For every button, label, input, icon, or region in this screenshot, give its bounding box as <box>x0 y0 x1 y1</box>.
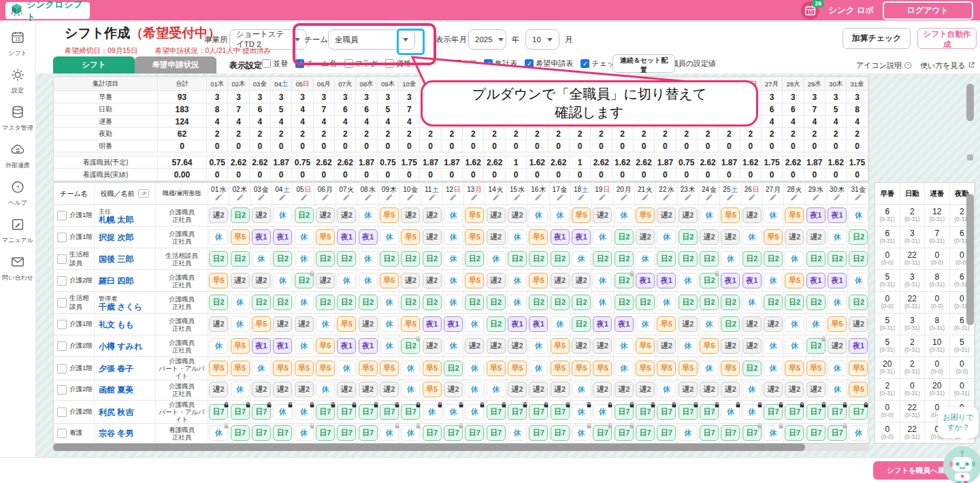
day-column-header[interactable]: 02木 <box>229 183 250 205</box>
shift-badge-夜1[interactable]: 夜1 <box>337 338 356 354</box>
display-checkbox-希望申請表[interactable]: ✓希望申請表 <box>525 59 573 69</box>
shift-badge-休[interactable]: 休 <box>273 273 292 288</box>
icon-help-link[interactable]: アイコン説明? <box>856 61 912 71</box>
shift-badge-休[interactable]: 休 <box>828 295 847 310</box>
edit-pencil-icon[interactable] <box>620 193 628 203</box>
shift-badge-日2[interactable]: 日2 <box>679 251 698 267</box>
day-column-header[interactable]: 12日 <box>443 183 464 205</box>
edit-pencil-icon[interactable] <box>513 193 521 203</box>
edit-pencil-icon[interactable] <box>406 193 414 203</box>
shift-badge-遅2[interactable]: 遅2 <box>316 207 335 223</box>
shift-badge-早5[interactable]: 早5 <box>529 229 548 245</box>
year-select[interactable]: 2025 <box>468 29 506 50</box>
shift-badge-休[interactable]: 休 <box>273 404 292 420</box>
shift-badge-日2[interactable]: 日2 <box>295 207 314 223</box>
shift-badge-遅2[interactable]: 遅2 <box>508 338 527 354</box>
shift-badge-日7[interactable]: 日7 <box>636 404 655 420</box>
shift-badge-日7[interactable]: 日7 <box>806 425 826 441</box>
shift-badge-遅2[interactable]: 遅2 <box>679 316 698 332</box>
shift-badge-遅2[interactable]: 遅2 <box>359 382 378 397</box>
shift-badge-休[interactable]: 休 <box>785 338 804 354</box>
shift-badge-日2[interactable]: 日2 <box>806 338 826 354</box>
shift-badge-日7[interactable]: 日7 <box>849 404 868 420</box>
chatbot-mascot[interactable] <box>943 446 980 483</box>
shift-badge-休[interactable]: 休 <box>806 316 826 332</box>
shift-badge-休[interactable]: 休 <box>444 295 463 310</box>
edit-pencil-icon[interactable] <box>854 193 862 203</box>
shift-badge-遅2[interactable]: 遅2 <box>764 382 783 397</box>
day-column-header[interactable]: 20月 <box>614 183 635 205</box>
shift-badge-休[interactable]: 休 <box>593 273 612 288</box>
shift-badge-日2[interactable]: 日2 <box>679 295 698 310</box>
shift-badge-休[interactable]: 休 <box>551 316 570 332</box>
shift-badge-日2[interactable]: 日2 <box>444 361 463 376</box>
day-column-header[interactable]: 18土 <box>571 183 592 205</box>
shift-badge-日2[interactable]: 日2 <box>615 229 634 245</box>
summary-vertical-scrollbar[interactable] <box>966 84 974 121</box>
sidebar-item-設定[interactable]: 設定 <box>0 67 35 95</box>
shift-badge-日7[interactable]: 日7 <box>593 425 612 441</box>
app-logo[interactable]: シンクロシフト <box>5 2 90 19</box>
checkbox-checked-icon[interactable]: ✓ <box>484 59 493 68</box>
day-column-header[interactable]: 16木 <box>528 183 549 205</box>
shift-badge-日2[interactable]: 日2 <box>401 338 420 354</box>
shift-badge-日2[interactable]: 日2 <box>636 295 655 310</box>
checkbox-checked-icon[interactable]: ✓ <box>419 59 427 68</box>
day-column-header[interactable]: 14火 <box>485 183 506 205</box>
shift-badge-遅2[interactable]: 遅2 <box>593 207 612 223</box>
shift-badge-日7[interactable]: 日7 <box>209 404 228 420</box>
shift-badge-遅2[interactable]: 遅2 <box>742 207 762 223</box>
shift-badge-日2[interactable]: 日2 <box>551 295 570 310</box>
shift-badge-休[interactable]: 休 <box>764 207 783 223</box>
shift-badge-夜1[interactable]: 夜1 <box>337 229 356 245</box>
shift-badge-日2[interactable]: 日2 <box>209 251 228 267</box>
shift-badge-日2[interactable]: 日2 <box>721 295 740 310</box>
shift-badge-日7[interactable]: 日7 <box>657 425 676 441</box>
sidebar-item-シフト[interactable]: 15シフト <box>0 30 35 58</box>
shift-badge-夜1[interactable]: 夜1 <box>572 229 591 245</box>
shift-badge-遅2[interactable]: 遅2 <box>529 382 548 397</box>
shift-badge-遅2[interactable]: 遅2 <box>423 273 442 288</box>
shift-badge-休[interactable]: 休 <box>295 229 314 245</box>
shift-badge-休[interactable]: 休 <box>828 382 847 397</box>
shift-badge-休[interactable]: 休 <box>551 207 570 223</box>
shift-badge-日2[interactable]: 日2 <box>487 316 506 332</box>
shift-badge-休[interactable]: 休 <box>295 338 314 354</box>
shift-badge-夜1[interactable]: 夜1 <box>508 316 527 332</box>
shift-badge-遅2[interactable]: 遅2 <box>252 273 271 288</box>
shift-badge-休[interactable]: 休 <box>465 382 484 397</box>
shift-badge-日2[interactable]: 日2 <box>231 251 250 267</box>
shift-badge-夜1[interactable]: 夜1 <box>828 273 847 288</box>
edit-pencil-icon[interactable] <box>449 193 457 203</box>
shift-badge-早5[interactable]: 早5 <box>764 229 783 245</box>
shift-badge-遅2[interactable]: 遅2 <box>657 207 676 223</box>
tab-request-status[interactable]: 希望申請状況 <box>135 56 216 73</box>
shift-badge-休[interactable]: 休 <box>742 404 762 420</box>
edit-pencil-icon[interactable] <box>577 193 585 203</box>
shift-badge-日2[interactable]: 日2 <box>209 295 228 310</box>
day-column-header[interactable]: 26日 <box>742 183 763 205</box>
shift-badge-休[interactable]: 休 <box>444 207 463 223</box>
shift-badge-休[interactable]: 休 <box>380 229 399 245</box>
shift-badge-休[interactable]: 休 <box>636 316 655 332</box>
day-column-header[interactable]: 19日 <box>592 183 613 205</box>
shift-badge-休[interactable]: 休 <box>828 361 847 376</box>
shift-badge-日2[interactable]: 日2 <box>273 251 292 267</box>
shift-badge-日2[interactable]: 日2 <box>764 295 783 310</box>
shift-badge-休[interactable]: 休 <box>508 425 527 441</box>
shift-badge-遅2[interactable]: 遅2 <box>806 382 826 397</box>
shift-badge-早5[interactable]: 早5 <box>273 361 292 376</box>
shift-badge-休[interactable]: 休 <box>849 273 868 288</box>
shift-badge-夜1[interactable]: 夜1 <box>806 273 826 288</box>
shift-badge-休[interactable]: 休 <box>636 251 655 267</box>
shift-badge-日2[interactable]: 日2 <box>359 295 378 310</box>
shift-badge-休[interactable]: 休 <box>572 251 591 267</box>
edit-pencil-icon[interactable] <box>556 193 564 203</box>
checkbox-checked-icon[interactable]: ✓ <box>525 59 534 68</box>
shift-badge-休[interactable]: 休 <box>359 251 378 267</box>
shift-badge-休[interactable]: 休 <box>401 382 420 397</box>
shift-badge-日2[interactable]: 日2 <box>700 295 719 310</box>
shift-badge-日2[interactable]: 日2 <box>295 273 314 288</box>
shift-badge-早5[interactable]: 早5 <box>231 229 250 245</box>
shift-badge-休[interactable]: 休 <box>273 207 292 223</box>
